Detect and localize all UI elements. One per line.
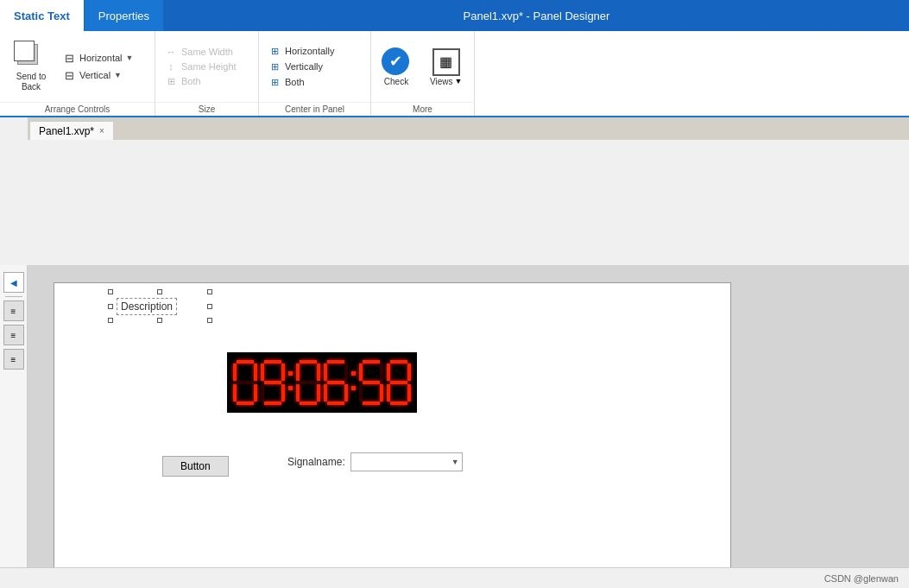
center-horizontally-button[interactable]: ⊞ Horizontally [264,44,338,59]
same-width-button[interactable]: ↔ Same Width [161,45,240,59]
center-buttons: ⊞ Horizontally ⊞ Vertically ⊞ Both [264,44,338,90]
same-width-icon: ↔ [164,47,178,57]
views-icon: ▦ [432,47,460,77]
same-height-button[interactable]: ↕ Same Height [161,60,240,73]
center-both-icon: ⊞ [268,77,281,88]
send-to-back-label: Send to Back [9,72,54,92]
vertical-icon: ⊟ [62,69,76,82]
same-width-label: Same Width [181,47,233,57]
views-arrow-icon: ▼ [455,77,463,85]
center-v-icon: ⊞ [268,61,281,73]
ribbon-top: Static Text Properties Panel1.xvp* - Pan… [0,0,909,31]
same-height-label: Same Height [181,61,237,72]
tab-static-text[interactable]: Static Text [0,0,85,31]
size-buttons: ↔ Same Width ↕ Same Height ⊞ Both [161,45,240,89]
center-v-label: Vertically [285,61,323,72]
check-button[interactable]: ✔ Check [376,44,416,90]
check-label: Check [384,77,408,86]
center-vertically-button[interactable]: ⊞ Vertically [264,60,338,74]
center-group-label: Center in Panel [259,102,370,116]
size-both-label: Both [181,76,201,86]
views-label: Views [430,77,453,86]
center-both-button[interactable]: ⊞ Both [264,75,338,90]
ribbon-group-arrange: Send to Back ⊟ Horizontal ▼ ⊟ Vertical ▼… [0,31,155,116]
center-h-icon: ⊞ [268,46,281,57]
size-both-icon: ⊞ [164,76,178,87]
arrange-group-label: Arrange Controls [0,102,155,116]
center-h-label: Horizontally [285,46,334,56]
app-title: Panel1.xvp* - Panel Designer [164,0,909,31]
horizontal-label: Horizontal [79,53,123,63]
send-to-back-icon [14,41,48,72]
horizontal-arrow-icon: ▼ [126,54,134,62]
horizontal-icon: ⊟ [62,52,76,65]
ribbon-group-size: ↔ Same Width ↕ Same Height ⊞ Both Size [155,31,259,116]
ribbon-group-more: ✔ Check ▦ Views ▼ More [371,31,475,116]
ribbon-body: Send to Back ⊟ Horizontal ▼ ⊟ Vertical ▼… [0,31,909,117]
ribbon-group-center: ⊞ Horizontally ⊞ Vertically ⊞ Both Cente… [259,31,371,116]
tab-properties[interactable]: Properties [85,0,164,31]
more-group-label: More [371,102,474,116]
vertical-button[interactable]: ⊟ Vertical ▼ [59,67,136,84]
views-button[interactable]: ▦ Views ▼ [425,44,467,90]
size-group-label: Size [155,102,258,116]
horizontal-button[interactable]: ⊟ Horizontal ▼ [59,50,136,66]
size-both-button[interactable]: ⊞ Both [161,74,240,89]
vertical-arrow-icon: ▼ [114,71,122,79]
check-icon: ✔ [382,47,411,77]
send-to-back-button[interactable]: Send to Back [5,37,57,96]
arrange-dropdowns: ⊟ Horizontal ▼ ⊟ Vertical ▼ [59,50,136,84]
same-height-icon: ↕ [164,61,178,72]
vertical-label: Vertical [79,70,110,80]
center-both-label: Both [285,77,305,87]
